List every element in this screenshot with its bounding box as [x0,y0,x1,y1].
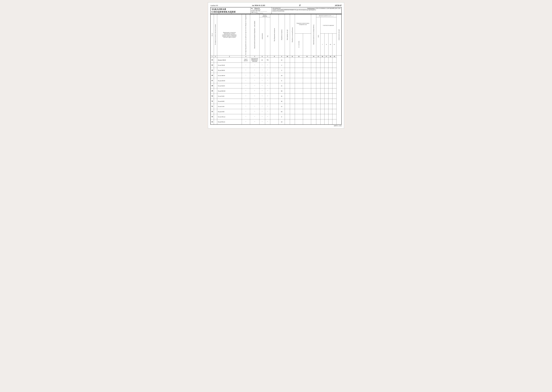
row-expect [295,57,303,63]
row-need [311,99,316,104]
row-qty: I2 [279,57,285,63]
row-expect-sklad [303,99,311,104]
th-col3: Наименование и техническаяхарактеристика… [217,14,242,56]
naim-value: БЛОК ОСНОВНЫХ СООРУЖЕНИЙ ДЛЯ СТАН- [315,8,341,9]
row-name: Фланец 300-I6 [217,57,242,63]
th-col8: Код оборудования, материалов [270,14,279,56]
row-q3 [328,104,332,109]
row-name: То же 250-IO [217,78,242,83]
row-cost [332,83,336,88]
num-4: 4 [242,56,250,57]
row-q2 [324,63,328,68]
row-qty: 90 [279,88,285,94]
row-pos [214,88,217,94]
row-qty: 2 [279,68,285,73]
row-q2 [324,104,328,109]
row-name: То же IOO-IO [217,88,242,94]
row-code [270,88,279,94]
row-type: " [242,94,250,99]
table-row: 47То же 250-IO""""6 [211,78,341,83]
row-unit-code: " [265,104,270,109]
row-unit-code: " [265,99,270,104]
row-maker: " [250,94,259,99]
row-expect-sklad [303,104,311,109]
row-q2 [324,88,328,94]
row-unit-name: " [259,73,265,78]
row-expect-sklad [303,88,311,94]
row-total [316,63,320,68]
table-row: 55То же I50-2,5""""24 [211,119,341,125]
album-label: Альбом УП [210,5,218,7]
row-q2 [324,99,328,104]
row-q1 [320,114,324,119]
row-q2 [324,119,328,125]
row-total [316,94,320,99]
th-col1: № п. п. [211,14,214,56]
row-pusk [290,104,295,109]
row-need [311,114,316,119]
th-col9: Потребность по проекту [279,14,285,56]
row-type: " [242,88,250,94]
th-quarters: в том числе по кварталам [320,17,336,34]
row-cost [332,109,336,114]
th-q4: IV [332,34,336,56]
row-q3 [328,114,332,119]
th-q3: III [328,34,332,56]
row-q2 [324,114,328,119]
row-unit-code: " [265,94,270,99]
row-num: 49 [211,88,214,94]
row-cost [332,94,336,99]
table-row: 44То же 250-I6""""2 [211,63,341,68]
row-pos [214,99,217,104]
num-11: 11 [290,56,295,57]
row-maker: " [250,99,259,104]
row-total [316,78,320,83]
page-header: Альбом УП тп 9О4-8-12.83 I7 18728-07 [210,4,342,7]
num-10: 10 [285,56,290,57]
num-2: 2 [214,56,217,57]
row-qty: I8 [279,99,285,104]
row-need [311,83,316,88]
table-row: 52То же 25-IO""""I3 [211,104,341,109]
row-unit-name: " [259,104,265,109]
row-total [316,83,320,88]
row-num: 5I [211,99,214,104]
row-price [285,63,290,68]
row-name: То же 300-IO [217,73,242,78]
row-unit-name: " [259,119,265,125]
row-q1 [320,73,324,78]
row-need [311,63,316,68]
row-pos [214,83,217,88]
table-row: 53То же 20-IO""""IO [211,109,341,114]
row-q1 [320,63,324,68]
stamp: ЦИТП 3. 11332 [334,125,342,126]
row-expect-sklad [303,73,311,78]
row-price [285,57,290,63]
table-row: 43Фланец 300-I6ГОСТ I255-67Предприятия М… [211,57,341,63]
row-unit-code: " [265,78,270,83]
row-q1 [320,104,324,109]
row-pusk [290,109,295,114]
row-q1 [320,109,324,114]
spec-title: ЗАКАЗНАЯ СПЕЦИФИКАЦИЯ [211,7,251,14]
th-col4: Тип и марка обору-дования; каталог; № че… [242,14,250,56]
row-need [311,88,316,94]
row-cost [332,63,336,68]
num-15: 15 [316,56,320,57]
row-need [311,68,316,73]
row-type: " [242,114,250,119]
row-unit-name: " [259,109,265,114]
row-need [311,94,316,99]
row-maker: " [250,73,259,78]
row-expect [295,104,303,109]
row-total [316,109,320,114]
row-total [316,68,320,73]
row-need [311,78,316,83]
row-code [270,73,279,78]
row-type: " [242,109,250,114]
row-total [316,104,320,109]
row-pusk [290,78,295,83]
num-6: 6 [259,56,265,57]
row-expect [295,114,303,119]
header-row-1: № п. п. № позиции по тех-нологич. схеме,… [211,14,341,17]
